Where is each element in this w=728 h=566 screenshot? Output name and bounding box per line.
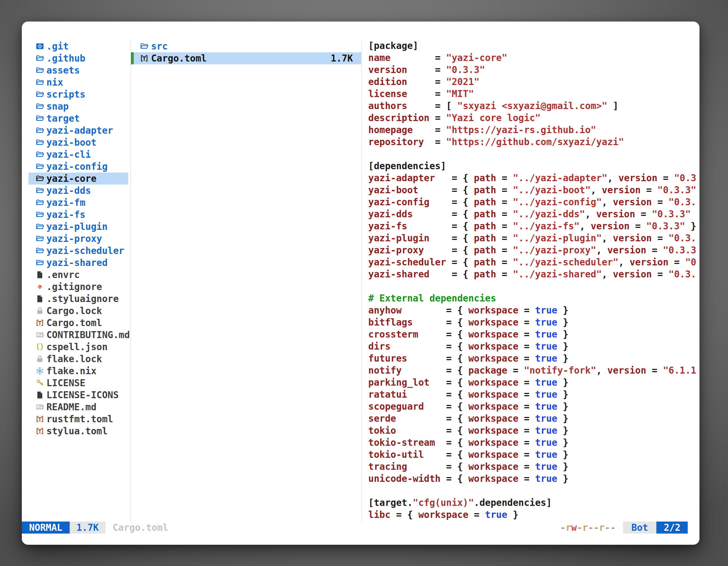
- parent-item-flake.lock[interactable]: flake.lock: [29, 353, 128, 365]
- parent-item-yazi-config[interactable]: yazi-config: [29, 161, 128, 173]
- parent-item-assets[interactable]: assets: [29, 64, 128, 76]
- parent-item-rustfmt.toml[interactable]: rustfmt.toml: [29, 413, 128, 425]
- preview-line: notify = { package = "notify-fork", vers…: [368, 365, 699, 377]
- parent-item-yazi-fs[interactable]: yazi-fs: [29, 209, 128, 221]
- preview-line: dirs = { workspace = true }: [368, 341, 699, 353]
- file-name-label: .gitignore: [46, 281, 102, 292]
- preview-line: yazi-shared = { path = "../yazi-shared",…: [368, 269, 699, 281]
- parent-item-yazi-core[interactable]: yazi-core: [29, 173, 128, 185]
- folder-icon: [35, 197, 45, 208]
- parent-item-yazi-scheduler[interactable]: yazi-scheduler: [29, 245, 128, 257]
- folder-icon: [35, 209, 45, 220]
- preview-line: unicode-width = { workspace = true }: [368, 473, 699, 485]
- mode-badge: NORMAL: [22, 522, 70, 534]
- parent-item-yazi-boot[interactable]: yazi-boot: [29, 137, 128, 149]
- folder-icon: [35, 137, 45, 148]
- file-name-label: LICENSE: [46, 377, 85, 388]
- nix-icon: [35, 365, 45, 377]
- preview-line: yazi-adapter = { path = "../yazi-adapter…: [368, 173, 699, 185]
- parent-item-nix[interactable]: nix: [29, 76, 128, 88]
- preview-line: homepage = "https://yazi-rs.github.io": [368, 125, 699, 137]
- preview-pane: [package]name = "yazi-core"version = "0.…: [361, 40, 699, 522]
- permissions-text: -rw-r--r--: [560, 522, 616, 534]
- folder-icon: [35, 233, 45, 245]
- panes: .git.githubassetsnixscriptssnaptargetyaz…: [22, 40, 699, 522]
- parent-item-.git[interactable]: .git: [29, 40, 128, 52]
- file-name-label: stylua.toml: [46, 426, 108, 436]
- file-name-label: Cargo.toml: [46, 317, 102, 328]
- current-item-src[interactable]: src: [131, 40, 361, 52]
- preview-line: license = "MIT": [368, 88, 699, 100]
- parent-item-flake.nix[interactable]: flake.nix: [29, 365, 128, 377]
- parent-item-.gitignore[interactable]: .gitignore: [29, 281, 128, 293]
- status-bar: NORMAL 1.7K Cargo.toml -rw-r--r-- Bot 2/…: [22, 522, 699, 534]
- folder-icon: [35, 101, 45, 112]
- file-size-badge: 1.7K: [70, 522, 105, 534]
- parent-item-LICENSE[interactable]: LICENSE: [29, 377, 128, 389]
- file-name-label: target: [46, 113, 80, 124]
- file-name-label: yazi-fs: [46, 209, 85, 220]
- md-icon: [35, 401, 45, 413]
- parent-item-snap[interactable]: snap: [29, 100, 128, 112]
- parent-item-scripts[interactable]: scripts: [29, 88, 128, 100]
- parent-item-target[interactable]: target: [29, 112, 128, 125]
- file-name-label: flake.lock: [46, 353, 102, 364]
- folder-icon: [35, 161, 45, 172]
- parent-item-yazi-shared[interactable]: yazi-shared: [29, 257, 128, 269]
- preview-line: [target."cfg(unix)".dependencies]: [368, 497, 699, 509]
- preview-line: anyhow = { workspace = true }: [368, 305, 699, 317]
- parent-item-LICENSE-ICONS[interactable]: LICENSE-ICONS: [29, 389, 128, 401]
- file-name-label: CONTRIBUTING.md: [46, 329, 130, 340]
- preview-line: parking_lot = { workspace = true }: [368, 377, 699, 389]
- preview-line: [package]: [368, 40, 699, 52]
- file-size-label: 1.7K: [331, 53, 361, 64]
- preview-line: yazi-dds = { path = "../yazi-dds", versi…: [368, 209, 699, 221]
- file-name-label: .github: [46, 53, 85, 64]
- preview-line: [368, 485, 699, 497]
- preview-line: tracing = { workspace = true }: [368, 461, 699, 473]
- parent-item-yazi-plugin[interactable]: yazi-plugin: [29, 221, 128, 233]
- parent-item-README.md[interactable]: README.md: [29, 401, 128, 413]
- parent-item-Cargo.toml[interactable]: Cargo.toml: [29, 317, 128, 329]
- folder-icon: [35, 185, 45, 196]
- json-icon: [35, 341, 45, 353]
- parent-item-CONTRIBUTING.md[interactable]: CONTRIBUTING.md: [29, 329, 128, 341]
- parent-item-yazi-adapter[interactable]: yazi-adapter: [29, 125, 128, 137]
- toml-icon: [35, 317, 45, 328]
- file-name-label: yazi-shared: [46, 257, 108, 268]
- lock-icon: [35, 305, 45, 316]
- preview-line: name = "yazi-core": [368, 52, 699, 64]
- file-name-label: yazi-fm: [46, 197, 85, 208]
- file-name-label: src: [151, 41, 168, 52]
- parent-item-yazi-proxy[interactable]: yazi-proxy: [29, 233, 128, 245]
- file-name-label: Cargo.toml: [151, 53, 207, 64]
- file-name-label: .styluaignore: [46, 293, 119, 304]
- file-name-label: cspell.json: [46, 341, 108, 352]
- md-icon: [35, 329, 45, 340]
- preview-line: # External dependencies: [368, 293, 699, 305]
- parent-item-yazi-cli[interactable]: yazi-cli: [29, 149, 128, 161]
- preview-line: crossterm = { workspace = true }: [368, 329, 699, 341]
- current-item-Cargo.toml[interactable]: Cargo.toml1.7K: [131, 52, 361, 64]
- parent-item-yazi-fm[interactable]: yazi-fm: [29, 197, 128, 209]
- parent-item-cspell.json[interactable]: cspell.json: [29, 341, 128, 353]
- file-icon: [35, 389, 45, 401]
- preview-line: tokio-util = { workspace = true }: [368, 449, 699, 461]
- preview-line: [dependencies]: [368, 161, 699, 173]
- file-name-label: Cargo.lock: [46, 305, 102, 316]
- parent-item-.github[interactable]: .github: [29, 52, 128, 64]
- parent-item-.envrc[interactable]: .envrc: [29, 269, 128, 281]
- parent-item-stylua.toml[interactable]: stylua.toml: [29, 425, 128, 437]
- counter-badge: 2/2: [656, 522, 688, 534]
- preview-line: yazi-scheduler = { path = "../yazi-sched…: [368, 257, 699, 269]
- file-name-label: README.md: [46, 401, 97, 412]
- file-name-label: rustfmt.toml: [46, 414, 113, 424]
- folder-icon: [139, 41, 149, 52]
- parent-pane: .git.githubassetsnixscriptssnaptargetyaz…: [22, 40, 130, 522]
- parent-item-.styluaignore[interactable]: .styluaignore: [29, 293, 128, 305]
- preview-line: authors = [ "sxyazi <sxyazi@gmail.com>" …: [368, 100, 699, 112]
- preview-line: yazi-config = { path = "../yazi-config",…: [368, 197, 699, 209]
- parent-item-yazi-dds[interactable]: yazi-dds: [29, 185, 128, 197]
- gitignore-icon: [35, 281, 45, 292]
- parent-item-Cargo.lock[interactable]: Cargo.lock: [29, 305, 128, 317]
